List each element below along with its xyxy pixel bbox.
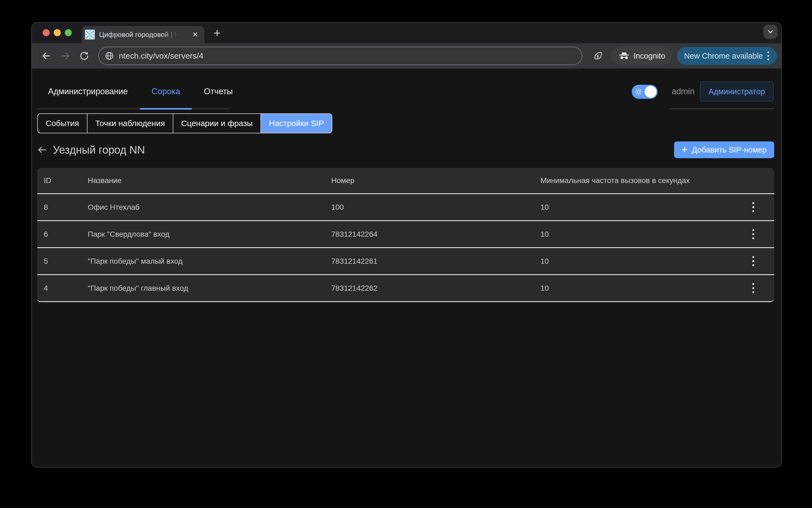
cell-id: 4 <box>44 284 88 293</box>
toggle-knob <box>645 86 656 98</box>
leaf-icon <box>592 50 604 61</box>
globe-icon <box>105 51 114 60</box>
cell-number: 78312142264 <box>331 230 541 239</box>
nav-item-reports[interactable]: Отчеты <box>192 75 245 109</box>
cell-id: 8 <box>44 203 88 212</box>
row-menu-icon[interactable] <box>747 280 760 297</box>
tab-title: Цифровой городовой | Номе <box>99 31 180 39</box>
close-window-button[interactable] <box>43 29 50 36</box>
tab-search-button[interactable] <box>763 25 777 39</box>
add-sip-number-label: Добавить SIP-номер <box>692 145 767 155</box>
macos-traffic-lights <box>43 29 72 36</box>
cell-number: 100 <box>331 203 541 212</box>
page-content: Администрирование Сорока Отчеты <box>32 69 781 467</box>
table-body: 8 Офис Нтехлаб 100 10 6 Парк "Свердлова"… <box>37 193 774 301</box>
sun-icon <box>635 88 643 96</box>
row-menu-icon[interactable] <box>747 253 760 270</box>
cell-name: "Парк победы" малый вход <box>88 257 331 266</box>
tab-observation-points[interactable]: Точки наблюдения <box>87 114 173 133</box>
chrome-update-button[interactable]: New Chrome available <box>677 47 777 65</box>
cell-min-frequency: 10 <box>541 257 740 266</box>
cell-min-frequency: 10 <box>541 203 740 212</box>
chrome-update-label: New Chrome available <box>684 51 763 60</box>
tab-scenarios[interactable]: Сценарии и фразы <box>173 114 260 133</box>
chevron-down-icon <box>766 27 775 36</box>
role-button[interactable]: Администратор <box>700 82 774 101</box>
page-header: Уездный город NN + Добавить SIP-номер <box>37 141 774 158</box>
cell-name: Офис Нтехлаб <box>88 203 331 212</box>
table-row: 8 Офис Нтехлаб 100 10 <box>37 193 774 220</box>
table-row: 5 "Парк победы" малый вход 78312142261 1… <box>37 247 774 274</box>
column-number: Номер <box>331 176 541 185</box>
user-block: admin Администратор <box>671 75 774 109</box>
forward-button[interactable] <box>58 48 73 64</box>
table-row: 6 Парк "Свердлова" вход 78312142264 10 <box>37 220 774 247</box>
site-favicon-icon <box>85 30 95 39</box>
table-header: ID Название Номер Минимальная частота вы… <box>37 168 774 193</box>
cell-min-frequency: 10 <box>541 230 740 239</box>
column-min-frequency: Минимальная частота вызовов в секундах <box>541 176 740 185</box>
cell-name: Парк "Свердлова" вход <box>88 230 331 239</box>
browser-tab[interactable]: Цифровой городовой | Номе ✕ <box>82 26 204 43</box>
plus-icon: + <box>682 144 688 155</box>
tab-close-icon[interactable]: ✕ <box>190 30 200 39</box>
nav-item-administration[interactable]: Администрирование <box>37 75 140 109</box>
nav-item-soroka[interactable]: Сорока <box>140 75 192 109</box>
cell-id: 5 <box>44 257 88 266</box>
theme-toggle[interactable] <box>632 85 657 99</box>
cell-name: "Парк победы" главный вход <box>88 284 331 293</box>
forward-arrow-icon <box>60 50 71 61</box>
new-tab-button[interactable]: + <box>211 27 223 39</box>
cell-id: 6 <box>44 230 88 239</box>
minimize-window-button[interactable] <box>54 29 61 36</box>
zoom-window-button[interactable] <box>65 29 72 36</box>
cell-min-frequency: 10 <box>541 284 740 293</box>
add-sip-number-button[interactable]: + Добавить SIP-номер <box>674 141 774 158</box>
incognito-icon <box>618 51 630 60</box>
tab-strip: Цифровой городовой | Номе ✕ + <box>32 23 781 43</box>
incognito-badge: Incognito <box>611 47 673 65</box>
reload-icon <box>79 50 90 61</box>
row-menu-icon[interactable] <box>747 226 760 243</box>
reload-button[interactable] <box>77 48 92 64</box>
username: admin <box>672 87 694 96</box>
browser-toolbar: ntech.city/vox/servers/4 Incognito New C… <box>32 43 781 69</box>
back-arrow-icon <box>41 50 52 61</box>
performance-button[interactable] <box>590 48 605 64</box>
tab-sip-settings[interactable]: Настройки SIP <box>260 114 332 133</box>
row-menu-icon[interactable] <box>747 199 760 216</box>
browser-window: Цифровой городовой | Номе ✕ + <box>31 22 782 467</box>
back-button[interactable] <box>39 48 54 64</box>
cell-number: 78312142261 <box>331 257 541 266</box>
incognito-label: Incognito <box>634 51 666 60</box>
back-arrow-icon[interactable] <box>37 145 47 155</box>
main-nav-tabs: Администрирование Сорока Отчеты <box>37 75 229 109</box>
column-id: ID <box>44 176 88 185</box>
column-name: Название <box>88 176 331 185</box>
table-row: 4 "Парк победы" главный вход 78312142262… <box>37 274 774 301</box>
sip-numbers-table: ID Название Номер Минимальная частота вы… <box>37 168 774 302</box>
section-tabs: События Точки наблюдения Сценарии и фраз… <box>37 113 332 133</box>
address-bar[interactable]: ntech.city/vox/servers/4 <box>98 47 582 65</box>
tab-events[interactable]: События <box>38 114 87 133</box>
browser-menu-icon[interactable] <box>763 49 774 62</box>
app-navigation: Администрирование Сорока Отчеты <box>37 69 774 109</box>
page-title: Уездный город NN <box>53 144 145 156</box>
cell-number: 78312142262 <box>331 284 541 293</box>
url-text: ntech.city/vox/servers/4 <box>119 51 203 60</box>
user-cluster: admin Администратор <box>632 75 774 109</box>
